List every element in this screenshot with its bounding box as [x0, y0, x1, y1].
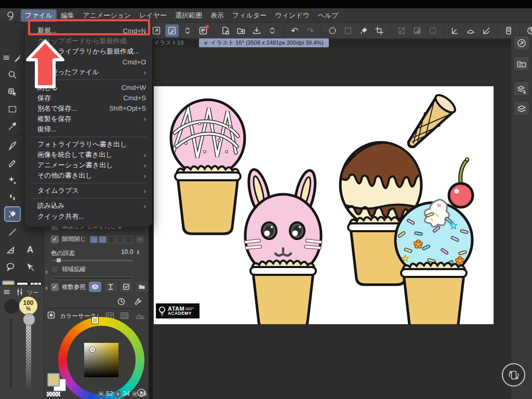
menu-help[interactable]: ヘルプ [314, 9, 343, 22]
clip-studio-app-icon[interactable] [196, 24, 210, 37]
saturation-value-square[interactable] [84, 343, 118, 377]
layer-property-icon[interactable] [513, 81, 529, 96]
brush-size-slider[interactable] [10, 318, 12, 388]
menu-view[interactable]: 表示 [206, 9, 228, 22]
save-icon[interactable] [250, 24, 263, 37]
transparent-swatch-small[interactable] [47, 392, 60, 396]
menu-selection[interactable]: 選択範囲 [171, 9, 206, 22]
quick-access-icon[interactable] [513, 35, 529, 50]
selection-tool[interactable] [4, 101, 21, 117]
balloon-tool[interactable] [2, 259, 19, 275]
redo-icon[interactable]: ↷ [303, 24, 317, 37]
updown-chevrons-icon[interactable] [181, 24, 194, 37]
new-canvas-icon[interactable] [219, 24, 232, 37]
material-palette-icon[interactable] [513, 56, 529, 71]
menu-filter[interactable]: フィルター [228, 9, 271, 22]
snap-perspective-ruler-icon[interactable] [480, 24, 493, 37]
ref-selection-icon[interactable] [104, 282, 117, 292]
ref-checked-layer-icon[interactable] [120, 282, 132, 292]
close-gap-expand-button[interactable]: › [136, 236, 143, 243]
color-margin-slider[interactable] [52, 260, 133, 261]
menu-item-export-flattened[interactable]: 画像を統合して書き出し› [25, 150, 152, 160]
value-stepper[interactable]: ▲▼ [136, 249, 140, 255]
deselect-icon[interactable] [326, 24, 339, 37]
tab-illust19[interactable]: イラスト19 [149, 39, 189, 47]
tab-illust16-active[interactable]: イラスト 16* (3508 x 2481px 300dpi 39.4%) [199, 38, 329, 47]
selection-half-icon[interactable] [410, 24, 424, 37]
area-scale-slider[interactable] [52, 276, 133, 280]
color-margin-row: 色の誤差 [51, 249, 75, 257]
canvas-area[interactable]: ATAM ACADEMY [149, 47, 511, 399]
brush-tool[interactable] [4, 155, 21, 171]
close-gap-checkbox[interactable]: ✓ [51, 235, 59, 243]
hue-ring-handle[interactable] [92, 317, 98, 324]
cupcake-bunny [245, 167, 321, 324]
add-setting-button[interactable]: + [45, 267, 48, 276]
operation-tool[interactable] [22, 259, 38, 275]
multi-reference-checkbox[interactable]: ✓ [51, 283, 59, 291]
wrench-settings-icon[interactable] [134, 297, 142, 308]
waffle-cone [401, 92, 458, 154]
updown-chevrons-icon[interactable] [265, 24, 279, 37]
opacity-slider[interactable] [26, 315, 31, 391]
crop-frame-icon[interactable] [373, 24, 386, 37]
gradient-tool[interactable] [2, 242, 19, 258]
line-tool[interactable] [4, 224, 21, 240]
submenu-chevron-icon: › [144, 69, 146, 76]
menu-item-export-animation[interactable]: アニメーション書き出し› [25, 160, 152, 170]
sv-cursor[interactable] [90, 347, 95, 352]
selection-rounded-icon[interactable] [426, 24, 440, 37]
menu-window[interactable]: ウィンドウ [271, 9, 314, 22]
snap-curve-ruler-icon[interactable] [464, 24, 477, 37]
reset-history-icon[interactable] [117, 297, 126, 308]
panel-menu-icon[interactable] [3, 288, 10, 298]
menu-item-export-other[interactable]: その他の書き出し› [25, 170, 152, 181]
rotate-canvas-tool[interactable] [4, 84, 21, 100]
menu-item-save[interactable]: 保存Cmd+S [25, 93, 152, 103]
text-tool[interactable]: A [22, 242, 38, 258]
opacity-slider-knob[interactable] [23, 313, 35, 326]
sliders-tab-icon[interactable] [16, 288, 24, 298]
decoration-tool[interactable] [4, 172, 21, 188]
menu-item-revert[interactable]: 復帰... [25, 124, 152, 135]
fill-tool-selected[interactable] [4, 206, 21, 222]
color-history-tab-icon[interactable] [120, 312, 129, 322]
menu-item-import[interactable]: 読み込み› [25, 201, 152, 211]
menu-item-export-photo-library[interactable]: フォトライブラリへ書き出し [25, 139, 152, 150]
color-slider-toggle-icon[interactable] [137, 388, 146, 399]
menu-item-save-as[interactable]: 別名で保存...Shift+Opt+S [25, 103, 152, 114]
layers-panel-icon[interactable] [513, 101, 529, 116]
menu-item-save-duplicate[interactable]: 複製を保存› [25, 114, 152, 124]
document-canvas[interactable]: ATAM ACADEMY [154, 86, 494, 324]
color-panel-button-icon[interactable] [47, 311, 55, 321]
canvas-tab-bar: イラスト19 イラスト 16* (3508 x 2481px 300dpi 39… [149, 38, 532, 47]
tool-tab-label[interactable]: ツー [27, 289, 38, 297]
close-gap-row: ✓ 隙間閉じ › [51, 235, 143, 243]
snap-ruler-icon[interactable] [448, 24, 462, 37]
close-gap-segments[interactable] [90, 236, 133, 243]
reselect-icon[interactable] [341, 24, 355, 37]
color-mixer-tab-icon[interactable] [136, 312, 145, 322]
area-scale-checkbox[interactable] [51, 265, 59, 273]
keypad-icon[interactable] [502, 24, 515, 37]
menu-item-quick-share[interactable]: クイック共有... [25, 211, 152, 222]
color-margin-value[interactable]: 10.0 [121, 248, 133, 256]
main-color-swatch-small[interactable] [47, 373, 60, 387]
status-bar [0, 0, 532, 8]
edit-pen-icon[interactable] [165, 24, 179, 37]
eyedropper-tool[interactable] [4, 118, 21, 134]
add-setting-button[interactable]: + [45, 283, 48, 292]
ref-folder-icon[interactable] [136, 282, 148, 292]
undo-icon[interactable]: ↶ [288, 24, 301, 37]
zoom-tool[interactable] [4, 67, 21, 83]
rotate-device-button[interactable] [502, 363, 525, 387]
blend-tool[interactable] [4, 190, 21, 205]
fill-selection-icon[interactable] [357, 24, 370, 37]
ref-all-layers-icon[interactable] [89, 282, 101, 292]
menu-item-timelapse[interactable]: タイムラプス› [25, 185, 152, 196]
cherry [449, 183, 473, 207]
pen-tool[interactable] [4, 138, 21, 154]
unsaved-dot-icon [204, 42, 207, 45]
open-file-icon[interactable] [234, 24, 248, 37]
selection-off-icon[interactable] [395, 24, 408, 37]
